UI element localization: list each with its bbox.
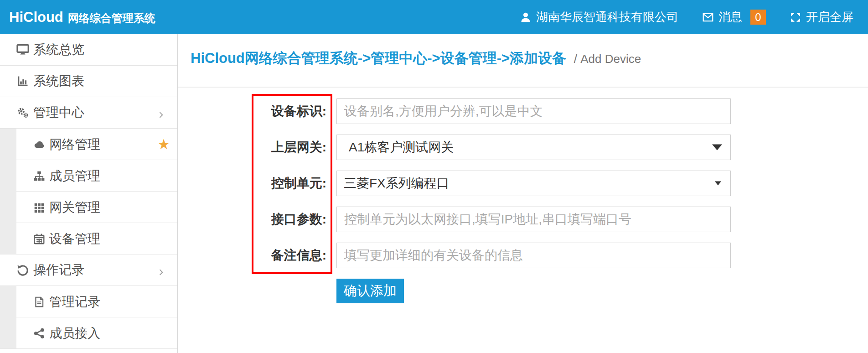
- sidebar-item-device-management[interactable]: 设备管理: [0, 223, 177, 254]
- sidebar-item-label: 网络管理: [49, 136, 100, 153]
- sidebar-item-label: 成员接入: [49, 325, 100, 342]
- logo-brand: HiCloud: [9, 9, 63, 26]
- interface-params-label: 接口参数:: [271, 207, 326, 232]
- main-content: HiCloud网络综合管理系统->管理中心->设备管理->添加设备 / Add …: [178, 34, 868, 353]
- messages-label: 消息: [718, 9, 742, 25]
- messages-button[interactable]: 消息 0: [702, 9, 766, 25]
- star-icon[interactable]: ★: [157, 137, 170, 151]
- messages-count-badge: 0: [750, 10, 766, 25]
- form-row-interface-params: 接口参数:: [336, 207, 731, 232]
- history-icon: [16, 264, 29, 276]
- device-id-label: 设备标识:: [271, 99, 326, 124]
- control-unit-label: 控制单元:: [271, 171, 326, 196]
- gears-icon: [16, 106, 29, 119]
- grid-icon: [33, 202, 45, 213]
- control-unit-select[interactable]: 三菱FX系列编程口: [336, 171, 731, 196]
- chart-icon: [16, 75, 29, 88]
- sidebar-item-label: 管理记录: [49, 293, 100, 311]
- sitemap-icon: [33, 170, 45, 182]
- upper-gateway-select[interactable]: A1栋客户测试网关: [336, 135, 731, 160]
- chevron-right-icon: [156, 265, 165, 275]
- sidebar-item-label: 操作记录: [33, 261, 84, 279]
- sidebar-item-gateway-management[interactable]: 网关管理: [0, 192, 177, 223]
- header-divider: [178, 87, 868, 88]
- confirm-add-button[interactable]: 确认添加: [336, 279, 404, 303]
- add-device-form: 设备标识: 上层网关: A1栋客户测试网关 控制单元: 三菱FX系列编程口 接口…: [336, 99, 731, 303]
- device-id-input[interactable]: [336, 99, 731, 124]
- sidebar-item-operation-records[interactable]: 操作记录: [0, 254, 177, 286]
- fullscreen-button[interactable]: 开启全屏: [790, 9, 853, 25]
- interface-params-input[interactable]: [336, 207, 731, 232]
- sidebar-item-management-center[interactable]: 管理中心: [0, 97, 177, 129]
- top-bar: HiCloud 网络综合管理系统 湖南华辰智通科技有限公司 消息 0 开启全屏: [0, 0, 868, 34]
- sidebar: 系统总览 系统图表 管理中心 网络管理 ★ 成员管理 网关: [0, 34, 178, 353]
- document-icon: [33, 296, 45, 308]
- fullscreen-label: 开启全屏: [806, 9, 853, 25]
- cloud-icon: [33, 139, 45, 151]
- envelope-icon: [702, 11, 714, 23]
- sidebar-item-system-overview[interactable]: 系统总览: [0, 34, 177, 66]
- caret-down-icon: [712, 145, 722, 151]
- upper-gateway-label: 上层网关:: [271, 135, 326, 160]
- control-unit-value: 三菱FX系列编程口: [344, 175, 450, 192]
- breadcrumb-path: HiCloud网络综合管理系统->管理中心->设备管理->添加设备: [191, 50, 566, 66]
- logo-suffix: 网络综合管理系统: [68, 11, 155, 26]
- upper-gateway-value: A1栋客户测试网关: [349, 139, 454, 156]
- remarks-label: 备注信息:: [271, 243, 326, 268]
- sidebar-item-label: 网关管理: [49, 199, 100, 216]
- user-menu[interactable]: 湖南华辰智通科技有限公司: [520, 9, 678, 25]
- company-name: 湖南华辰智通科技有限公司: [536, 9, 678, 25]
- user-icon: [520, 11, 532, 23]
- sidebar-item-label: 成员管理: [49, 167, 100, 185]
- sidebar-item-system-charts[interactable]: 系统图表: [0, 66, 177, 97]
- breadcrumb: HiCloud网络综合管理系统->管理中心->设备管理->添加设备 / Add …: [191, 49, 641, 68]
- form-row-control-unit: 控制单元: 三菱FX系列编程口: [336, 171, 731, 196]
- sidebar-item-member-management[interactable]: 成员管理: [0, 160, 177, 192]
- form-row-device-id: 设备标识:: [336, 99, 731, 124]
- form-row-remarks: 备注信息:: [336, 243, 731, 268]
- remarks-input[interactable]: [336, 243, 731, 268]
- sidebar-item-label: 系统总览: [33, 41, 84, 58]
- sidebar-item-label: 系统图表: [33, 73, 84, 90]
- sidebar-item-network-management[interactable]: 网络管理 ★: [0, 129, 177, 160]
- sidebar-item-label: 管理中心: [33, 104, 84, 121]
- share-icon: [33, 327, 45, 339]
- sidebar-item-label: 设备管理: [49, 230, 100, 248]
- expand-icon: [790, 11, 801, 23]
- desktop-icon: [16, 43, 29, 56]
- topbar-right: 湖南华辰智通科技有限公司 消息 0 开启全屏: [520, 9, 853, 25]
- form-row-upper-gateway: 上层网关: A1栋客户测试网关: [336, 135, 731, 160]
- app-logo[interactable]: HiCloud 网络综合管理系统: [9, 9, 155, 26]
- calendar-icon: [33, 233, 45, 245]
- chevron-right-icon: [156, 108, 165, 117]
- caret-down-icon: [715, 182, 721, 186]
- sidebar-item-management-records[interactable]: 管理记录: [0, 286, 177, 317]
- breadcrumb-suffix: / Add Device: [574, 52, 641, 66]
- sidebar-item-member-access[interactable]: 成员接入: [0, 317, 177, 349]
